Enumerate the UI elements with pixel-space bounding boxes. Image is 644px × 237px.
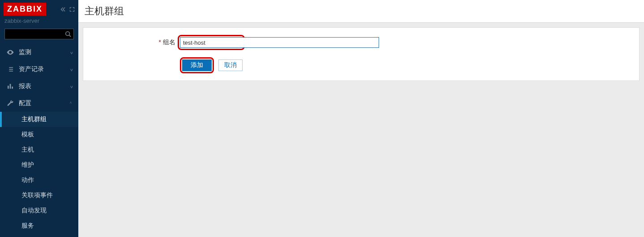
eye-icon xyxy=(5,48,15,56)
page-title: 主机群组 xyxy=(85,4,638,18)
subnav-services[interactable]: 服务 xyxy=(0,218,78,233)
required-mark: * xyxy=(159,38,161,46)
nav-label: 监测 xyxy=(19,48,31,56)
svg-rect-4 xyxy=(12,87,13,89)
nav-label: 资产记录 xyxy=(19,65,44,73)
nav-item-configuration[interactable]: 配置 ＾ xyxy=(0,95,78,112)
chevron-up-icon: ＾ xyxy=(68,100,73,106)
main-nav: 监测 ⅴ 资产记录 ⅴ 报表 ⅴ 配置 xyxy=(0,44,78,112)
svg-rect-2 xyxy=(8,86,9,89)
bar-chart-icon xyxy=(5,83,15,90)
form-buttons: 添加 取消 xyxy=(90,57,632,73)
nav-item-monitoring[interactable]: 监测 ⅴ xyxy=(0,44,78,61)
subnav-host-groups[interactable]: 主机群组 xyxy=(0,112,78,127)
subnav-event-correlation[interactable]: 关联项事件 xyxy=(0,188,78,203)
subnav-actions[interactable]: 动作 xyxy=(0,173,78,188)
configuration-submenu: 主机群组 模板 主机 维护 动作 关联项事件 自动发现 服务 xyxy=(0,112,78,233)
sidebar: ZABBIX zabbix-server xyxy=(0,0,78,237)
nav-item-reports[interactable]: 报表 ⅴ xyxy=(0,78,78,95)
sidebar-header: ZABBIX xyxy=(0,0,78,16)
nav-label: 报表 xyxy=(19,82,31,90)
cancel-button[interactable]: 取消 xyxy=(218,59,243,71)
add-button[interactable]: 添加 xyxy=(182,59,212,71)
fullscreen-icon[interactable] xyxy=(69,7,75,12)
subnav-hosts[interactable]: 主机 xyxy=(0,142,78,157)
chevron-down-icon: ⅴ xyxy=(70,84,73,89)
subnav-discovery[interactable]: 自动发现 xyxy=(0,203,78,218)
group-name-input[interactable] xyxy=(180,37,243,48)
svg-rect-3 xyxy=(10,84,11,89)
collapse-sidebar-icon[interactable] xyxy=(60,6,66,13)
subnav-templates[interactable]: 模板 xyxy=(0,127,78,142)
main-content: 主机群组 *组名 添加 取消 xyxy=(78,0,644,237)
zabbix-logo[interactable]: ZABBIX xyxy=(4,3,46,16)
highlight-group-name-input xyxy=(178,35,245,50)
nav-item-inventory[interactable]: 资产记录 ⅴ xyxy=(0,61,78,78)
chevron-down-icon: ⅴ xyxy=(70,67,73,72)
nav-label: 配置 xyxy=(19,99,31,107)
form-row-group-name: *组名 xyxy=(90,35,632,50)
list-icon xyxy=(5,66,15,73)
group-name-input-extension[interactable] xyxy=(243,37,379,48)
chevron-down-icon: ⅴ xyxy=(70,50,73,55)
svg-point-1 xyxy=(10,52,11,53)
page-header: 主机群组 xyxy=(78,0,644,23)
search-input[interactable] xyxy=(4,29,74,39)
server-name: zabbix-server xyxy=(0,16,78,29)
subnav-maintenance[interactable]: 维护 xyxy=(0,157,78,173)
highlight-add-button: 添加 xyxy=(180,57,214,73)
wrench-icon xyxy=(5,100,15,107)
group-name-label: *组名 xyxy=(90,38,180,47)
form-card: *组名 添加 取消 xyxy=(83,27,640,81)
